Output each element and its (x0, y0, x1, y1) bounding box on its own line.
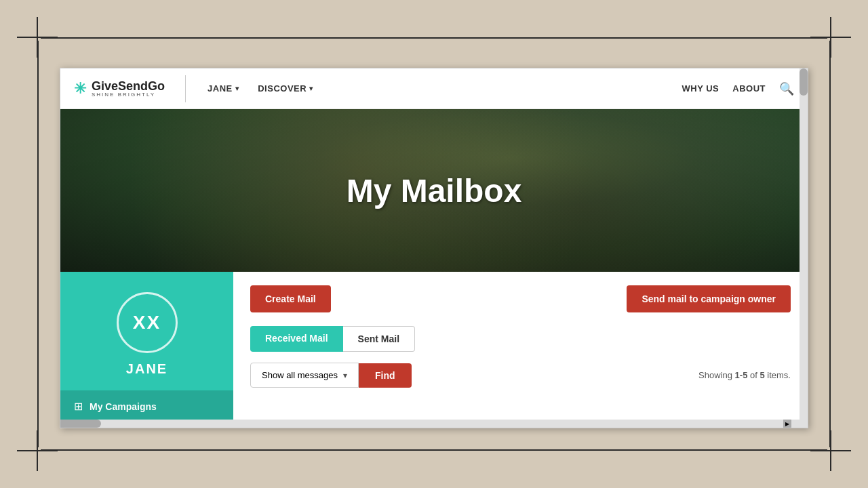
showing-range: 1-5 (735, 370, 748, 380)
logo-name: GiveSendGo (92, 80, 165, 92)
filter-select-label: Show all messages (262, 370, 338, 380)
nav-user-arrow: ▾ (235, 85, 239, 92)
nav-discover-label: DISCOVER (258, 83, 307, 94)
tab-received-mail[interactable]: Received Mail (250, 326, 343, 352)
border-top (41, 37, 827, 39)
action-buttons: Create Mail Send mail to campaign owner (250, 285, 791, 312)
showing-of: of (747, 370, 760, 380)
scrollbar-bottom-thumb[interactable] (60, 420, 101, 428)
nav-discover-arrow: ▾ (309, 85, 313, 92)
nav-links: JANE ▾ DISCOVER ▾ (199, 78, 321, 99)
filter-row: Show all messages ▾ Find Showing 1-5 of … (250, 363, 791, 388)
nav-about[interactable]: ABOUT (732, 83, 766, 94)
logo-area: ✳ GiveSendGo SHINE BRIGHTLY (74, 80, 165, 98)
showing-text: Showing 1-5 of 5 items. (698, 370, 791, 380)
tab-sent-mail[interactable]: Sent Mail (343, 326, 415, 352)
nav-discover[interactable]: DISCOVER ▾ (250, 78, 321, 99)
sidebar-item-my-campaigns[interactable]: ⊞ My Campaigns (60, 390, 233, 422)
filter-select[interactable]: Show all messages ▾ (250, 363, 359, 388)
sidebar: XX JANE ⊞ My Campaigns (60, 272, 233, 428)
scrollbar-bottom[interactable]: ◀ ▶ (60, 420, 800, 428)
logo-text: GiveSendGo SHINE BRIGHTLY (92, 80, 165, 98)
nav-right: WHY US ABOUT 🔍 (682, 81, 794, 96)
scroll-arrow-right[interactable]: ▶ (783, 420, 791, 428)
send-mail-owner-button[interactable]: Send mail to campaign owner (627, 285, 791, 312)
scrollbar-thumb[interactable] (800, 68, 808, 96)
nav-user-label: JANE (208, 83, 233, 94)
filter-left: Show all messages ▾ Find (250, 363, 412, 388)
main-content: Create Mail Send mail to campaign owner … (233, 272, 808, 428)
scrollbar-right[interactable] (800, 68, 808, 428)
filter-arrow-icon: ▾ (343, 371, 347, 380)
border-right (829, 41, 831, 447)
corner-mark-br (810, 430, 851, 471)
find-button[interactable]: Find (359, 363, 412, 388)
border-left (37, 41, 39, 447)
search-icon[interactable]: 🔍 (779, 81, 794, 96)
nav-why-us[interactable]: WHY US (682, 83, 719, 94)
mail-tabs: Received Mail Sent Mail (250, 326, 791, 352)
showing-prefix: Showing (698, 370, 734, 380)
logo-tagline: SHINE BRIGHTLY (92, 92, 165, 98)
hero-section: My Mailbox (60, 109, 808, 272)
avatar-initials: XX (133, 312, 161, 333)
browser-window: ◀ ▶ ✳ GiveSendGo SHINE BRIGHTLY JANE ▾ D… (60, 68, 808, 428)
border-bottom (41, 449, 827, 451)
hero-background: My Mailbox (60, 109, 808, 272)
navbar: ✳ GiveSendGo SHINE BRIGHTLY JANE ▾ DISCO… (60, 68, 808, 109)
logo-icon: ✳ (74, 80, 86, 98)
avatar: XX (117, 292, 178, 353)
create-mail-button[interactable]: Create Mail (250, 285, 331, 312)
showing-total: 5 (760, 370, 764, 380)
content-area: XX JANE ⊞ My Campaigns Create Mail Send … (60, 272, 808, 428)
nav-user-menu[interactable]: JANE ▾ (199, 78, 247, 99)
user-name: JANE (126, 361, 167, 377)
sidebar-campaigns-label: My Campaigns (90, 401, 157, 412)
showing-suffix: items. (765, 370, 791, 380)
campaigns-icon: ⊞ (74, 400, 83, 413)
nav-divider (185, 75, 186, 102)
hero-title: My Mailbox (347, 172, 522, 209)
